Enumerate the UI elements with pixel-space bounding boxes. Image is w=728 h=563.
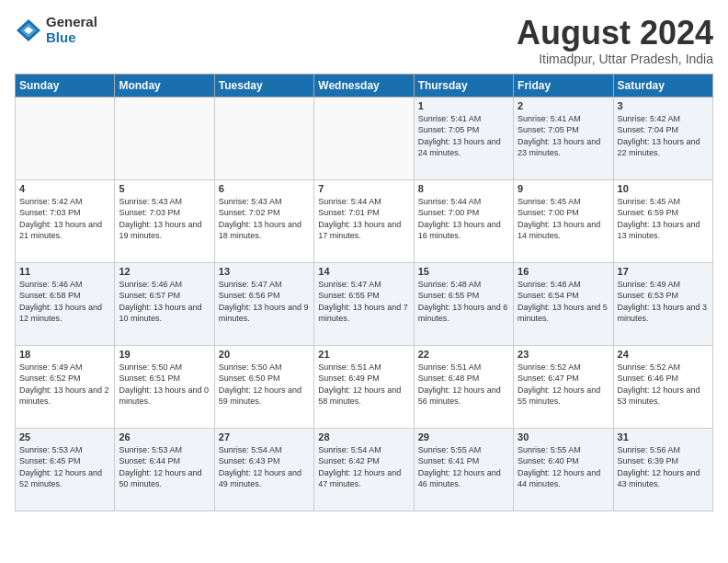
- calendar-cell: 20Sunrise: 5:50 AM Sunset: 6:50 PM Dayli…: [214, 345, 313, 428]
- calendar-cell: 30Sunrise: 5:55 AM Sunset: 6:40 PM Dayli…: [514, 428, 613, 511]
- calendar-cell: 18Sunrise: 5:49 AM Sunset: 6:52 PM Dayli…: [16, 345, 115, 428]
- weekday-header-cell: Sunday: [16, 74, 115, 97]
- day-content: Sunrise: 5:48 AM Sunset: 6:54 PM Dayligh…: [518, 279, 609, 325]
- day-number: 19: [119, 349, 210, 360]
- day-content: Sunrise: 5:49 AM Sunset: 6:53 PM Dayligh…: [618, 279, 709, 325]
- calendar-cell: 16Sunrise: 5:48 AM Sunset: 6:54 PM Dayli…: [514, 262, 613, 345]
- calendar-cell: 24Sunrise: 5:52 AM Sunset: 6:46 PM Dayli…: [613, 345, 712, 428]
- calendar-week-row: 18Sunrise: 5:49 AM Sunset: 6:52 PM Dayli…: [16, 345, 713, 428]
- calendar-cell: 19Sunrise: 5:50 AM Sunset: 6:51 PM Dayli…: [115, 345, 214, 428]
- weekday-header-cell: Wednesday: [314, 74, 414, 97]
- day-number: 15: [418, 266, 509, 277]
- calendar-cell: 5Sunrise: 5:43 AM Sunset: 7:03 PM Daylig…: [115, 179, 214, 262]
- logo-text: General Blue: [46, 15, 97, 45]
- day-number: 13: [219, 266, 310, 277]
- day-content: Sunrise: 5:52 AM Sunset: 6:47 PM Dayligh…: [518, 362, 609, 408]
- day-content: Sunrise: 5:41 AM Sunset: 7:05 PM Dayligh…: [418, 113, 509, 159]
- day-content: Sunrise: 5:45 AM Sunset: 7:00 PM Dayligh…: [518, 196, 609, 242]
- day-number: 26: [119, 431, 210, 442]
- calendar-cell: 15Sunrise: 5:48 AM Sunset: 6:55 PM Dayli…: [414, 262, 513, 345]
- title-block: August 2024 Itimadpur, Uttar Pradesh, In…: [517, 15, 713, 66]
- calendar-week-row: 25Sunrise: 5:53 AM Sunset: 6:45 PM Dayli…: [16, 428, 713, 511]
- day-number: 17: [618, 266, 709, 277]
- calendar-cell: 29Sunrise: 5:55 AM Sunset: 6:41 PM Dayli…: [414, 428, 513, 511]
- day-number: 14: [318, 266, 409, 277]
- day-number: 10: [618, 183, 709, 194]
- day-content: Sunrise: 5:54 AM Sunset: 6:42 PM Dayligh…: [318, 444, 409, 490]
- day-content: Sunrise: 5:48 AM Sunset: 6:55 PM Dayligh…: [418, 279, 509, 325]
- weekday-header-cell: Saturday: [613, 74, 712, 97]
- calendar-cell: 28Sunrise: 5:54 AM Sunset: 6:42 PM Dayli…: [314, 428, 414, 511]
- calendar-cell: [214, 97, 313, 179]
- day-content: Sunrise: 5:51 AM Sunset: 6:48 PM Dayligh…: [418, 362, 509, 408]
- day-content: Sunrise: 5:51 AM Sunset: 6:49 PM Dayligh…: [318, 362, 409, 408]
- day-number: 16: [518, 266, 609, 277]
- day-number: 21: [318, 349, 409, 360]
- day-content: Sunrise: 5:43 AM Sunset: 7:02 PM Dayligh…: [219, 196, 310, 242]
- day-number: 28: [318, 431, 409, 442]
- day-content: Sunrise: 5:50 AM Sunset: 6:51 PM Dayligh…: [119, 362, 210, 408]
- calendar-cell: 17Sunrise: 5:49 AM Sunset: 6:53 PM Dayli…: [613, 262, 712, 345]
- day-content: Sunrise: 5:45 AM Sunset: 6:59 PM Dayligh…: [618, 196, 709, 242]
- logo-general: General: [46, 15, 97, 30]
- day-content: Sunrise: 5:47 AM Sunset: 6:56 PM Dayligh…: [219, 279, 310, 325]
- day-number: 8: [418, 183, 509, 194]
- weekday-header-cell: Tuesday: [214, 74, 313, 97]
- day-content: Sunrise: 5:55 AM Sunset: 6:41 PM Dayligh…: [418, 444, 509, 490]
- calendar-cell: 10Sunrise: 5:45 AM Sunset: 6:59 PM Dayli…: [613, 179, 712, 262]
- day-content: Sunrise: 5:42 AM Sunset: 7:04 PM Dayligh…: [618, 113, 709, 159]
- calendar-cell: 14Sunrise: 5:47 AM Sunset: 6:55 PM Dayli…: [314, 262, 414, 345]
- day-content: Sunrise: 5:43 AM Sunset: 7:03 PM Dayligh…: [119, 196, 210, 242]
- day-content: Sunrise: 5:47 AM Sunset: 6:55 PM Dayligh…: [318, 279, 409, 325]
- calendar-cell: 25Sunrise: 5:53 AM Sunset: 6:45 PM Dayli…: [16, 428, 115, 511]
- day-number: 11: [19, 266, 110, 277]
- day-content: Sunrise: 5:50 AM Sunset: 6:50 PM Dayligh…: [219, 362, 310, 408]
- day-content: Sunrise: 5:54 AM Sunset: 6:43 PM Dayligh…: [219, 444, 310, 490]
- day-number: 4: [19, 183, 110, 194]
- calendar-cell: 26Sunrise: 5:53 AM Sunset: 6:44 PM Dayli…: [115, 428, 214, 511]
- day-number: 29: [418, 431, 509, 442]
- calendar-cell: 8Sunrise: 5:44 AM Sunset: 7:00 PM Daylig…: [414, 179, 513, 262]
- calendar-cell: 2Sunrise: 5:41 AM Sunset: 7:05 PM Daylig…: [514, 97, 613, 179]
- calendar-cell: 22Sunrise: 5:51 AM Sunset: 6:48 PM Dayli…: [414, 345, 513, 428]
- day-content: Sunrise: 5:44 AM Sunset: 7:00 PM Dayligh…: [418, 196, 509, 242]
- day-number: 5: [119, 183, 210, 194]
- calendar-cell: 27Sunrise: 5:54 AM Sunset: 6:43 PM Dayli…: [214, 428, 313, 511]
- page-header: General Blue August 2024 Itimadpur, Utta…: [15, 15, 713, 66]
- day-content: Sunrise: 5:53 AM Sunset: 6:44 PM Dayligh…: [119, 444, 210, 490]
- calendar-cell: [115, 97, 214, 179]
- logo-icon: [15, 17, 42, 43]
- day-number: 1: [418, 100, 509, 111]
- calendar-cell: 13Sunrise: 5:47 AM Sunset: 6:56 PM Dayli…: [214, 262, 313, 345]
- logo: General Blue: [15, 15, 97, 45]
- day-number: 3: [618, 100, 709, 111]
- weekday-header-cell: Thursday: [414, 74, 513, 97]
- calendar-cell: 3Sunrise: 5:42 AM Sunset: 7:04 PM Daylig…: [613, 97, 712, 179]
- day-content: Sunrise: 5:56 AM Sunset: 6:39 PM Dayligh…: [618, 444, 709, 490]
- day-number: 24: [618, 349, 709, 360]
- day-number: 6: [219, 183, 310, 194]
- day-number: 27: [219, 431, 310, 442]
- calendar-cell: 1Sunrise: 5:41 AM Sunset: 7:05 PM Daylig…: [414, 97, 513, 179]
- calendar-table: SundayMondayTuesdayWednesdayThursdayFrid…: [15, 74, 713, 511]
- day-content: Sunrise: 5:41 AM Sunset: 7:05 PM Dayligh…: [518, 113, 609, 159]
- calendar-cell: 23Sunrise: 5:52 AM Sunset: 6:47 PM Dayli…: [514, 345, 613, 428]
- day-number: 23: [518, 349, 609, 360]
- day-number: 18: [19, 349, 110, 360]
- calendar-cell: [314, 97, 414, 179]
- calendar-week-row: 11Sunrise: 5:46 AM Sunset: 6:58 PM Dayli…: [16, 262, 713, 345]
- calendar-cell: 31Sunrise: 5:56 AM Sunset: 6:39 PM Dayli…: [613, 428, 712, 511]
- day-content: Sunrise: 5:49 AM Sunset: 6:52 PM Dayligh…: [19, 362, 110, 408]
- calendar-body: 1Sunrise: 5:41 AM Sunset: 7:05 PM Daylig…: [16, 97, 713, 511]
- weekday-header-row: SundayMondayTuesdayWednesdayThursdayFrid…: [16, 74, 713, 97]
- calendar-cell: 12Sunrise: 5:46 AM Sunset: 6:57 PM Dayli…: [115, 262, 214, 345]
- calendar-cell: 9Sunrise: 5:45 AM Sunset: 7:00 PM Daylig…: [514, 179, 613, 262]
- calendar-cell: 11Sunrise: 5:46 AM Sunset: 6:58 PM Dayli…: [16, 262, 115, 345]
- calendar-cell: [16, 97, 115, 179]
- calendar-cell: 6Sunrise: 5:43 AM Sunset: 7:02 PM Daylig…: [214, 179, 313, 262]
- calendar-week-row: 1Sunrise: 5:41 AM Sunset: 7:05 PM Daylig…: [16, 97, 713, 179]
- calendar-cell: 7Sunrise: 5:44 AM Sunset: 7:01 PM Daylig…: [314, 179, 414, 262]
- day-content: Sunrise: 5:55 AM Sunset: 6:40 PM Dayligh…: [518, 444, 609, 490]
- day-content: Sunrise: 5:46 AM Sunset: 6:58 PM Dayligh…: [19, 279, 110, 325]
- day-content: Sunrise: 5:42 AM Sunset: 7:03 PM Dayligh…: [19, 196, 110, 242]
